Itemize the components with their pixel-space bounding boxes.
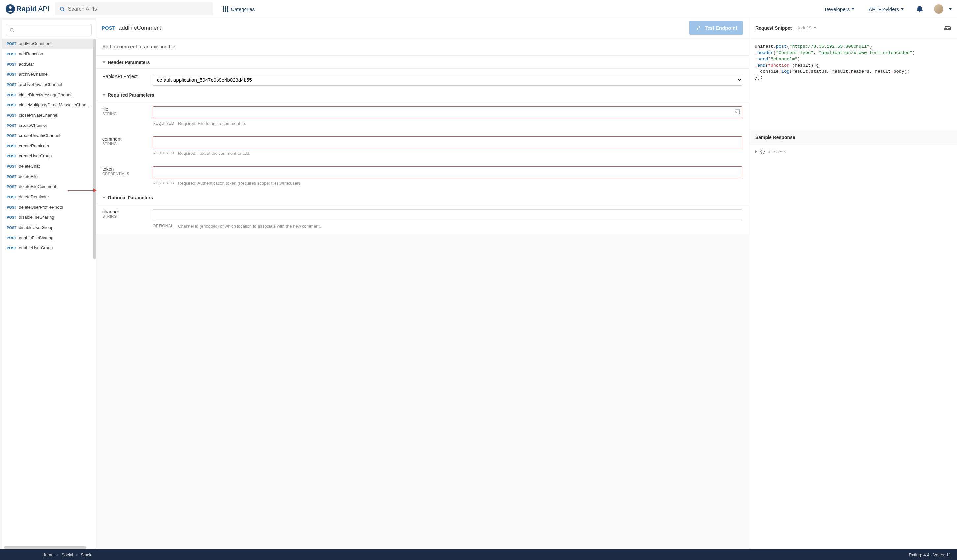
logo[interactable]: RapidAPI: [5, 4, 50, 14]
param-input-comment[interactable]: [153, 136, 742, 148]
required-params-section[interactable]: Required Parameters: [96, 88, 749, 101]
param-type: STRING: [103, 142, 148, 146]
user-menu-caret-icon[interactable]: [949, 8, 952, 10]
footer: Home > Social > Slack Rating: 4.4 - Vote…: [0, 549, 957, 560]
scrollbar-vertical[interactable]: [93, 39, 96, 259]
param-help: Required: File to add a comment to.: [178, 121, 742, 126]
scrollbar-horizontal[interactable]: [4, 546, 86, 549]
sidebar-endpoint-closeMultipartyDirectMessageChannel[interactable]: POST closeMultipartyDirectMessageChannel: [2, 100, 96, 110]
param-name: token: [103, 166, 148, 172]
endpoint-name-label: archiveChannel: [19, 72, 49, 77]
endpoint-name-label: createReminder: [19, 143, 50, 148]
sidebar-endpoint-deleteFile[interactable]: POST deleteFile: [2, 171, 96, 181]
endpoint-method: POST: [6, 246, 16, 250]
logo-text-thin: API: [38, 5, 49, 13]
sidebar-endpoint-addStar[interactable]: POST addStar: [2, 59, 96, 69]
endpoint-method: POST: [6, 93, 16, 97]
sidebar-endpoint-createReminder[interactable]: POST createReminder: [2, 140, 96, 151]
sample-items-count: 0 items: [768, 149, 786, 154]
endpoint-name-label: createChannel: [19, 123, 47, 128]
crumb-social[interactable]: Social: [61, 552, 73, 557]
param-name: comment: [103, 136, 148, 142]
endpoint-method: POST: [6, 83, 16, 87]
grid-icon: [223, 6, 228, 11]
crumb-slack[interactable]: Slack: [81, 552, 91, 557]
optional-params-section[interactable]: Optional Parameters: [96, 191, 749, 204]
sample-response-header: Sample Response: [749, 130, 957, 145]
svg-point-4: [10, 28, 13, 31]
param-type: STRING: [103, 112, 148, 116]
sidebar-endpoint-deleteFileComment[interactable]: POST deleteFileComment: [2, 181, 96, 192]
sidebar-endpoint-createPrivateChannel[interactable]: POST createPrivateChannel: [2, 131, 96, 140]
sidebar-endpoint-deleteReminder[interactable]: POST deleteReminder: [2, 192, 96, 202]
endpoint-name-label: disableUserGroup: [19, 225, 54, 230]
project-label: RapidAPI Project: [103, 74, 148, 79]
endpoint-name-label: archivePrivateChannel: [19, 82, 62, 87]
endpoint-method: POST: [6, 185, 16, 189]
endpoint-name-label: enableUserGroup: [19, 245, 53, 250]
svg-point-7: [736, 111, 737, 113]
search-icon: [60, 6, 65, 11]
sidebar-endpoint-disableUserGroup[interactable]: POST disableUserGroup: [2, 222, 96, 233]
language-select[interactable]: NodeJS: [796, 25, 816, 30]
test-endpoint-button[interactable]: Test Endpoint: [689, 21, 743, 35]
sidebar-endpoint-archiveChannel[interactable]: POST archiveChannel: [2, 69, 96, 79]
developers-menu[interactable]: Developers: [820, 6, 859, 12]
svg-point-2: [60, 7, 63, 10]
sample-response-body[interactable]: {} 0 items: [749, 145, 957, 158]
search-input[interactable]: [68, 6, 208, 12]
endpoint-list[interactable]: POST addFileCommentPOST addReactionPOST …: [2, 39, 96, 546]
endpoint-name: addFileComment: [118, 25, 161, 31]
param-input-channel[interactable]: [153, 209, 742, 221]
param-type: CREDENTIALS: [103, 172, 148, 175]
categories-link[interactable]: Categories: [223, 6, 255, 12]
endpoint-name-label: closePrivateChannel: [19, 113, 58, 118]
sidebar-endpoint-addReaction[interactable]: POST addReaction: [2, 49, 96, 59]
section-label: Required Parameters: [108, 92, 154, 98]
header-params-section[interactable]: Header Parameters: [96, 56, 749, 68]
endpoint-header: POST addFileComment Test Endpoint: [96, 18, 749, 38]
svg-point-0: [6, 4, 15, 14]
endpoint-name-label: deleteChat: [19, 164, 40, 169]
svg-point-1: [9, 6, 11, 9]
svg-line-3: [63, 10, 64, 11]
endpoint-method: POST: [6, 195, 16, 199]
collapse-icon: [103, 94, 106, 96]
search-bar[interactable]: [55, 2, 213, 16]
endpoint-method: POST: [6, 226, 16, 230]
param-requirement: OPTIONAL: [153, 224, 174, 229]
notifications-button[interactable]: [913, 6, 926, 13]
project-select[interactable]: default-application_5947e9b9e4b023d4b55: [153, 74, 742, 86]
endpoint-name-label: createUserGroup: [19, 153, 52, 158]
sidebar-endpoint-disableFileSharing[interactable]: POST disableFileSharing: [2, 212, 96, 222]
providers-menu[interactable]: API Providers: [864, 6, 908, 12]
avatar[interactable]: [934, 4, 943, 14]
endpoint-name-label: deleteUserProfilePhoto: [19, 205, 63, 210]
endpoint-method: POST: [102, 25, 115, 31]
sidebar-endpoint-createUserGroup[interactable]: POST createUserGroup: [2, 151, 96, 161]
endpoint-name-label: addReaction: [19, 51, 43, 56]
sidebar-endpoint-enableUserGroup[interactable]: POST enableUserGroup: [2, 243, 96, 253]
endpoint-method: POST: [6, 113, 16, 117]
param-input-file[interactable]: [153, 106, 742, 118]
param-input-token[interactable]: [153, 166, 742, 178]
sidebar-search[interactable]: [6, 24, 92, 36]
credentials-icon[interactable]: [734, 110, 740, 115]
sidebar-endpoint-createChannel[interactable]: POST createChannel: [2, 120, 96, 131]
sidebar-endpoint-deleteUserProfilePhoto[interactable]: POST deleteUserProfilePhoto: [2, 202, 96, 212]
endpoint-name-label: enableFileSharing: [19, 235, 54, 240]
code-snippet[interactable]: unirest.post("https://8.35.192.55:8080nu…: [749, 38, 957, 87]
param-help: Channel id (encoded) of which location t…: [178, 224, 742, 229]
sidebar-endpoint-enableFileSharing[interactable]: POST enableFileSharing: [2, 233, 96, 243]
snippet-title: Request Snippet: [755, 25, 791, 31]
sidebar-endpoint-closePrivateChannel[interactable]: POST closePrivateChannel: [2, 110, 96, 120]
copy-button[interactable]: [944, 25, 951, 31]
sidebar-endpoint-deleteChat[interactable]: POST deleteChat: [2, 161, 96, 171]
logo-icon: [5, 4, 15, 14]
crumb-home[interactable]: Home: [42, 552, 54, 557]
sidebar-endpoint-addFileComment[interactable]: POST addFileComment: [2, 39, 96, 49]
endpoint-name-label: addFileComment: [19, 41, 52, 46]
sidebar-endpoint-archivePrivateChannel[interactable]: POST archivePrivateChannel: [2, 79, 96, 90]
endpoint-name-label: deleteReminder: [19, 194, 49, 199]
sidebar-endpoint-closeDirectMessageChannel[interactable]: POST closeDirectMessageChannel: [2, 90, 96, 100]
